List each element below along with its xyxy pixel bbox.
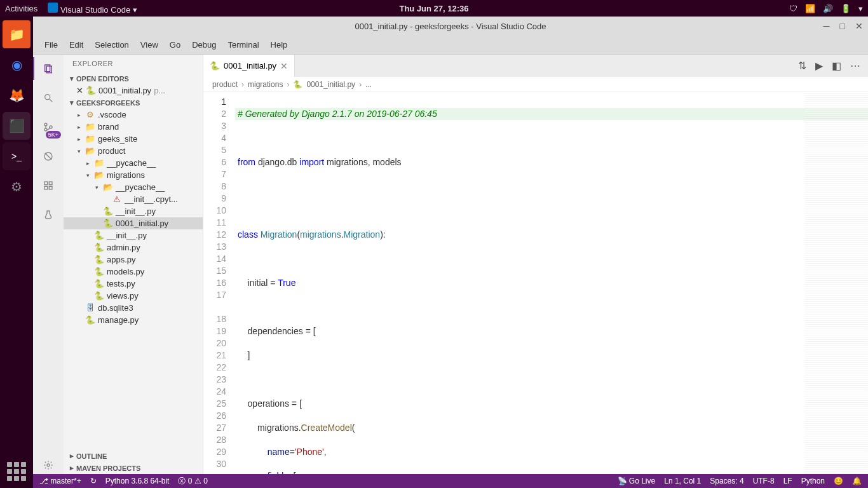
- dock-firefox[interactable]: 🦊: [3, 81, 31, 109]
- folder-icon: 📂: [94, 170, 104, 180]
- section-project[interactable]: ▾GEEKSFORGEEKS: [64, 97, 203, 109]
- clock[interactable]: Thu Jun 27, 12:36: [399, 4, 468, 13]
- compare-icon[interactable]: ⇅: [798, 60, 806, 72]
- menu-debug[interactable]: Debug: [187, 37, 221, 52]
- activity-settings[interactable]: [39, 456, 57, 474]
- python-icon: 🐍: [103, 219, 113, 228]
- volume-icon[interactable]: 🔊: [823, 4, 833, 13]
- menu-view[interactable]: View: [135, 37, 163, 52]
- status-sync[interactable]: ↻: [90, 477, 97, 485]
- menu-file[interactable]: File: [39, 37, 63, 52]
- folder-icon: 📁: [94, 158, 104, 168]
- file-init-py-2[interactable]: 🐍__init__.py: [64, 229, 203, 241]
- menu-edit[interactable]: Edit: [64, 37, 88, 52]
- activity-test[interactable]: [39, 206, 57, 224]
- svg-point-5: [44, 128, 47, 131]
- folder-geeks-site[interactable]: ▸📁geeks_site: [64, 133, 203, 145]
- status-python[interactable]: Python 3.6.8 64-bit: [105, 477, 170, 485]
- python-icon: 🐍: [94, 291, 104, 301]
- folder-icon: 📂: [85, 146, 95, 156]
- status-lang[interactable]: Python: [801, 477, 825, 485]
- wifi-icon[interactable]: 📶: [805, 4, 815, 13]
- file-db[interactable]: 🗄db.sqlite3: [64, 302, 203, 314]
- file-apps[interactable]: 🐍apps.py: [64, 254, 203, 266]
- file-0001-initial[interactable]: 🐍0001_initial.py: [64, 217, 203, 229]
- shield-icon[interactable]: 🛡: [789, 4, 797, 13]
- activity-explorer[interactable]: [39, 60, 57, 78]
- activity-extensions[interactable]: [39, 177, 57, 194]
- section-maven[interactable]: ▸MAVEN PROJECTS: [64, 462, 203, 474]
- error-icon: ⚠: [112, 194, 122, 204]
- sidebar-explorer: EXPLORER ▾OPEN EDITORS ✕ 🐍 0001_initial.…: [64, 55, 203, 474]
- status-branch[interactable]: ⎇ master*+: [39, 477, 81, 485]
- menu-terminal[interactable]: Terminal: [222, 37, 264, 52]
- folder-brand[interactable]: ▸📁brand: [64, 121, 203, 133]
- svg-rect-12: [49, 186, 52, 189]
- file-views[interactable]: 🐍views.py: [64, 290, 203, 302]
- dock-vscode[interactable]: ⬛: [3, 112, 31, 140]
- battery-icon[interactable]: 🔋: [841, 4, 851, 13]
- file-init-cpy[interactable]: ⚠__init__.cpyt...: [64, 193, 203, 205]
- topbar-app[interactable]: Visual Studio Code ▾: [48, 3, 137, 15]
- close-button[interactable]: ✕: [855, 21, 863, 31]
- folder-icon: ⚙: [85, 110, 95, 119]
- dock-chromium[interactable]: ◉: [3, 51, 31, 79]
- svg-line-3: [50, 99, 52, 102]
- os-dock: 📁 ◉ 🦊 ⬛ >_ ⚙: [0, 17, 33, 488]
- status-eol[interactable]: LF: [783, 477, 792, 485]
- sidebar-title: EXPLORER: [64, 55, 203, 72]
- dock-show-apps[interactable]: [5, 460, 28, 483]
- activity-scm[interactable]: 5K+: [39, 118, 57, 136]
- folder-pycache-2[interactable]: ▾📂__pycache__: [64, 181, 203, 193]
- python-icon: 🐍: [94, 231, 104, 240]
- status-problems[interactable]: ⓧ 0 ⚠ 0: [178, 476, 207, 487]
- folder-product[interactable]: ▾📂product: [64, 145, 203, 157]
- status-bell[interactable]: 🔔: [852, 477, 862, 485]
- python-icon: 🐍: [103, 207, 113, 216]
- folder-vscode[interactable]: ▸⚙.vscode: [64, 109, 203, 121]
- tab-close-icon[interactable]: ✕: [280, 61, 288, 71]
- dock-terminal[interactable]: >_: [3, 142, 31, 170]
- file-tests[interactable]: 🐍tests.py: [64, 278, 203, 290]
- section-outline[interactable]: ▸OUTLINE: [64, 450, 203, 462]
- maximize-button[interactable]: □: [840, 21, 845, 31]
- os-topbar: Activities Visual Studio Code ▾ Thu Jun …: [0, 0, 868, 17]
- code-content[interactable]: # Generated by Django 2.1.7 on 2019-06-2…: [235, 92, 868, 474]
- activity-debug[interactable]: [39, 147, 57, 165]
- status-golive[interactable]: 📡 Go Live: [618, 477, 656, 485]
- dock-settings[interactable]: ⚙: [3, 173, 31, 201]
- run-icon[interactable]: ▶: [815, 60, 823, 72]
- folder-icon: 📂: [103, 182, 113, 192]
- code-editor[interactable]: 1234567891011121314151617181920212223242…: [203, 92, 868, 474]
- editor-area: 🐍 0001_initial.py ✕ ⇅ ▶ ◧ ⋯ product› mig…: [203, 55, 868, 474]
- section-open-editors[interactable]: ▾OPEN EDITORS: [64, 72, 203, 85]
- file-manage[interactable]: 🐍manage.py: [64, 314, 203, 326]
- file-admin[interactable]: 🐍admin.py: [64, 241, 203, 254]
- activities-button[interactable]: Activities: [5, 4, 37, 13]
- tab-0001-initial[interactable]: 🐍 0001_initial.py ✕: [203, 55, 295, 77]
- close-icon[interactable]: ✕: [76, 86, 83, 95]
- vscode-window: 0001_initial.py - geeksforgeeks - Visual…: [33, 17, 868, 488]
- status-cursor[interactable]: Ln 1, Col 1: [664, 477, 701, 485]
- dock-files[interactable]: 📁: [3, 20, 31, 48]
- status-spaces[interactable]: Spaces: 4: [710, 477, 743, 485]
- split-icon[interactable]: ◧: [832, 60, 841, 72]
- breadcrumbs[interactable]: product› migrations› 🐍0001_initial.py› .…: [203, 77, 868, 92]
- open-editor-item[interactable]: ✕ 🐍 0001_initial.py p...: [64, 85, 203, 97]
- more-icon[interactable]: ⋯: [850, 60, 860, 72]
- svg-line-8: [45, 153, 52, 160]
- folder-pycache[interactable]: ▸📁__pycache__: [64, 157, 203, 169]
- activity-search[interactable]: [39, 89, 57, 107]
- minimize-button[interactable]: ─: [824, 21, 830, 31]
- file-models[interactable]: 🐍models.py: [64, 266, 203, 278]
- status-bar: ⎇ master*+ ↻ Python 3.6.8 64-bit ⓧ 0 ⚠ 0…: [33, 474, 868, 488]
- status-encoding[interactable]: UTF-8: [753, 477, 775, 485]
- folder-migrations[interactable]: ▾📂migrations: [64, 169, 203, 181]
- file-init-py-1[interactable]: 🐍__init__.py: [64, 205, 203, 217]
- menu-help[interactable]: Help: [266, 37, 293, 52]
- menu-selection[interactable]: Selection: [90, 37, 133, 52]
- menu-go[interactable]: Go: [165, 37, 186, 52]
- dropdown-icon[interactable]: ▾: [858, 4, 863, 13]
- folder-icon: 📁: [85, 122, 95, 132]
- status-feedback[interactable]: 😊: [834, 477, 843, 485]
